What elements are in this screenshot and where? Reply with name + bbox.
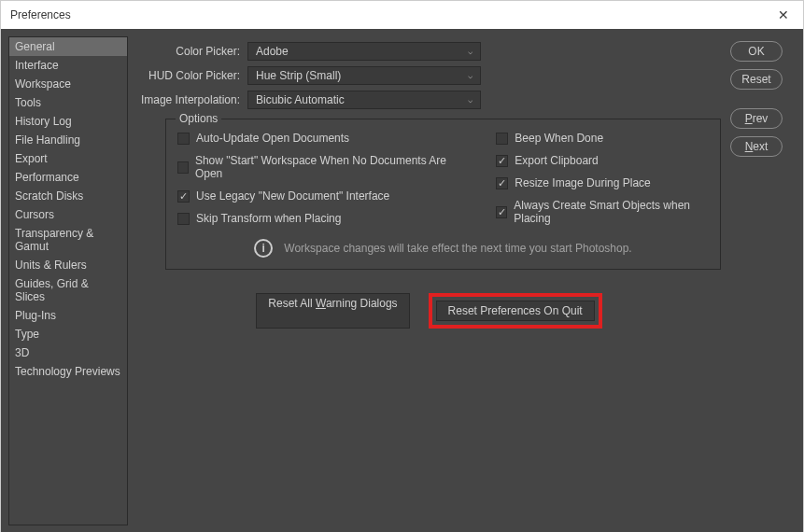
hud-color-picker-label: HUD Color Picker: xyxy=(137,69,247,82)
image-interpolation-select[interactable]: Bicubic Automatic ⌵ xyxy=(247,91,481,109)
close-icon[interactable]: ✕ xyxy=(773,7,794,22)
sidebar-item-history-log[interactable]: History Log xyxy=(9,112,127,131)
reset-button[interactable]: Reset xyxy=(730,69,783,90)
sidebar-item-3d[interactable]: 3D xyxy=(9,343,127,362)
option-label: Resize Image During Place xyxy=(515,176,650,189)
sidebar: GeneralInterfaceWorkspaceToolsHistory Lo… xyxy=(8,36,128,525)
checkbox-icon[interactable] xyxy=(496,177,508,189)
color-picker-label: Color Picker: xyxy=(137,45,247,58)
checkbox-icon[interactable] xyxy=(496,206,507,218)
highlighted-button-frame: Reset Preferences On Quit xyxy=(429,293,602,329)
sidebar-item-technology-previews[interactable]: Technology Previews xyxy=(9,362,127,381)
hud-color-picker-select[interactable]: Hue Strip (Small) ⌵ xyxy=(247,66,481,85)
option-always-create-smart-objects-wh[interactable]: Always Create Smart Objects when Placing xyxy=(496,199,709,225)
sidebar-item-general[interactable]: General xyxy=(9,37,127,56)
sidebar-item-plug-ins[interactable]: Plug-Ins xyxy=(9,306,127,325)
checkbox-icon[interactable] xyxy=(496,133,508,145)
checkbox-icon[interactable] xyxy=(177,133,190,145)
reset-warnings-button[interactable]: Reset All Warning Dialogs xyxy=(256,293,409,329)
window-title: Preferences xyxy=(10,8,773,21)
color-picker-select[interactable]: Adobe ⌵ xyxy=(247,42,481,61)
option-resize-image-during-place[interactable]: Resize Image During Place xyxy=(496,176,709,189)
sidebar-item-export[interactable]: Export xyxy=(9,149,127,168)
checkbox-icon[interactable] xyxy=(177,213,190,225)
option-auto-update-open-documents[interactable]: Auto-Update Open Documents xyxy=(177,132,449,145)
sidebar-item-units-rulers[interactable]: Units & Rulers xyxy=(9,256,127,274)
checkbox-icon[interactable] xyxy=(496,155,508,167)
option-use-legacy-new-document-interf[interactable]: Use Legacy "New Document" Interface xyxy=(177,189,449,203)
checkbox-icon[interactable] xyxy=(177,190,190,203)
info-text: Workspace changes will take effect the n… xyxy=(284,242,631,255)
chevron-down-icon: ⌵ xyxy=(468,95,473,105)
sidebar-item-type[interactable]: Type xyxy=(9,325,127,343)
option-beep-when-done[interactable]: Beep When Done xyxy=(496,132,709,145)
sidebar-item-tools[interactable]: Tools xyxy=(9,93,127,112)
sidebar-item-cursors[interactable]: Cursors xyxy=(9,205,127,224)
option-label: Always Create Smart Objects when Placing xyxy=(514,199,709,225)
options-group: Options Auto-Update Open DocumentsShow "… xyxy=(165,119,721,270)
sidebar-item-interface[interactable]: Interface xyxy=(9,56,127,75)
option-skip-transform-when-placing[interactable]: Skip Transform when Placing xyxy=(177,212,449,225)
info-icon: i xyxy=(254,239,273,258)
prev-button[interactable]: Prev xyxy=(730,108,783,129)
sidebar-item-guides-grid-slices[interactable]: Guides, Grid & Slices xyxy=(9,274,127,306)
reset-preferences-on-quit-button[interactable]: Reset Preferences On Quit xyxy=(436,301,595,321)
option-label: Auto-Update Open Documents xyxy=(196,132,349,145)
option-label: Show "Start" Workspace When No Documents… xyxy=(195,154,449,180)
color-picker-value: Adobe xyxy=(256,45,289,58)
image-interpolation-value: Bicubic Automatic xyxy=(256,93,345,106)
option-label: Use Legacy "New Document" Interface xyxy=(196,189,389,203)
checkbox-icon[interactable] xyxy=(177,161,189,174)
option-show-start-workspace-when-no-d[interactable]: Show "Start" Workspace When No Documents… xyxy=(177,154,449,180)
sidebar-item-file-handling[interactable]: File Handling xyxy=(9,131,127,149)
image-interpolation-label: Image Interpolation: xyxy=(137,93,247,106)
sidebar-item-performance[interactable]: Performance xyxy=(9,168,127,187)
chevron-down-icon: ⌵ xyxy=(468,71,473,80)
option-label: Export Clipboard xyxy=(515,154,598,167)
sidebar-item-transparency-gamut[interactable]: Transparency & Gamut xyxy=(9,224,127,256)
titlebar: Preferences ✕ xyxy=(1,1,803,29)
option-export-clipboard[interactable]: Export Clipboard xyxy=(496,154,709,167)
ok-button[interactable]: OK xyxy=(730,41,783,62)
main-panel: Color Picker: Adobe ⌵ HUD Color Picker: … xyxy=(128,36,730,525)
chevron-down-icon: ⌵ xyxy=(468,47,473,56)
dialog-buttons: OK Reset Prev Next xyxy=(730,36,796,525)
sidebar-item-scratch-disks[interactable]: Scratch Disks xyxy=(9,187,127,205)
option-label: Beep When Done xyxy=(515,132,603,145)
option-label: Skip Transform when Placing xyxy=(196,212,341,225)
options-title: Options xyxy=(176,112,221,125)
next-button[interactable]: Next xyxy=(730,136,783,157)
sidebar-item-workspace[interactable]: Workspace xyxy=(9,75,127,93)
hud-color-picker-value: Hue Strip (Small) xyxy=(256,69,341,82)
